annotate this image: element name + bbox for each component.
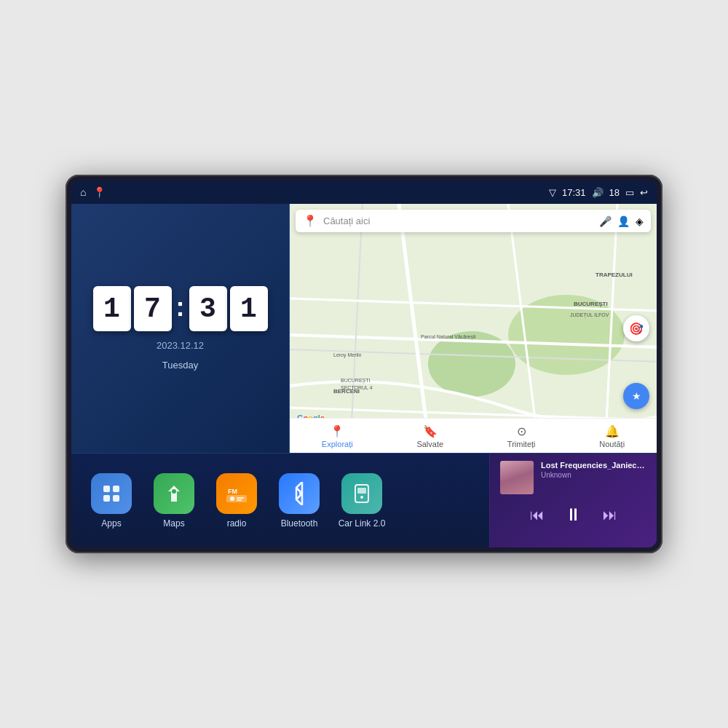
app-item-maps[interactable]: Maps (149, 473, 199, 529)
music-player: Lost Frequencies_Janieck Devy-... Unknow… (489, 454, 657, 547)
svg-rect-32 (357, 488, 366, 494)
hour-tens: 1 (93, 286, 131, 331)
svg-text:FM: FM (228, 488, 237, 495)
next-button[interactable]: ⏭ (600, 504, 620, 526)
app-row: Apps Maps (71, 453, 657, 547)
map-nav-saved[interactable]: 🔖 Salvate (416, 424, 443, 448)
back-icon[interactable]: ↩ (640, 187, 648, 198)
music-info: Lost Frequencies_Janieck Devy-... Unknow… (541, 461, 646, 479)
svg-rect-23 (103, 495, 110, 502)
radio-label: radio (227, 518, 247, 529)
svg-text:BUCUREȘTI: BUCUREȘTI (574, 301, 608, 307)
svg-rect-21 (103, 486, 110, 492)
minutes-group: 3 1 (189, 286, 268, 331)
svg-rect-24 (113, 495, 119, 502)
signal-icon: ▽ (549, 187, 556, 198)
svg-rect-22 (113, 486, 119, 492)
apps-icon (91, 473, 132, 514)
app-item-radio[interactable]: FM radio (211, 473, 262, 529)
map-nav-send[interactable]: ⊙ Trimiteți (507, 424, 536, 448)
svg-text:JUDEȚUL ILFOV: JUDEȚUL ILFOV (570, 312, 609, 318)
send-icon: ⊙ (517, 424, 526, 438)
svg-rect-30 (237, 499, 242, 501)
clock-status: 17:31 (562, 187, 586, 198)
saved-icon: 🔖 (423, 424, 438, 438)
volume-icon: 🔊 (592, 187, 604, 198)
music-title: Lost Frequencies_Janieck Devy-... (541, 461, 646, 470)
clock-day: Tuesday (162, 360, 198, 371)
svg-text:Leroy Merlin: Leroy Merlin (333, 352, 362, 358)
send-label: Trimiteți (507, 440, 536, 448)
explore-label: Explorați (322, 440, 353, 448)
map-nav-explore[interactable]: 📍 Explorați (322, 424, 353, 448)
svg-rect-27 (226, 495, 247, 502)
home-icon[interactable]: ⌂ (80, 186, 86, 198)
maps-shortcut-icon[interactable]: 📍 (93, 186, 106, 198)
navigate-fab[interactable]: ★ (623, 383, 649, 409)
svg-text:Parcul Natural Văcărești: Parcul Natural Văcărești (421, 334, 476, 340)
svg-rect-29 (237, 497, 244, 499)
maps-label: Maps (163, 518, 184, 529)
map-account-icon[interactable]: 👤 (617, 215, 630, 227)
bluetooth-icon-bg (279, 473, 320, 514)
radio-icon-bg: FM (216, 473, 257, 514)
music-artist: Unknown (541, 471, 646, 479)
battery-icon: ▭ (625, 187, 634, 198)
svg-point-28 (230, 496, 234, 501)
map-search-bar[interactable]: 📍 Căutați aici 🎤 👤 ◈ (296, 210, 651, 232)
svg-point-25 (172, 489, 176, 494)
maps-icon (154, 473, 194, 514)
status-right: ▽ 17:31 🔊 18 ▭ ↩ (549, 187, 648, 198)
map-bottom-nav: 📍 Explorați 🔖 Salvate ⊙ Trimiteți 🔔 (290, 418, 657, 453)
news-label: Noutăți (599, 440, 625, 448)
svg-point-33 (360, 496, 363, 499)
map-search-text: Căutați aici (323, 215, 593, 226)
map-layers-icon[interactable]: ◈ (636, 215, 644, 227)
news-icon: 🔔 (605, 424, 620, 438)
minute-tens: 3 (189, 286, 227, 331)
music-controls: ⏮ ⏸ ⏭ (500, 502, 646, 528)
play-pause-button[interactable]: ⏸ (562, 502, 585, 528)
svg-text:SECTORUL 4: SECTORUL 4 (341, 385, 373, 390)
clock-widget: 1 7 : 3 1 2023.12.12 Tuesday (71, 204, 290, 453)
app-item-bluetooth[interactable]: Bluetooth (274, 473, 325, 529)
main-content: 1 7 : 3 1 2023.12.12 Tuesday (71, 204, 657, 547)
music-top: Lost Frequencies_Janieck Devy-... Unknow… (500, 461, 646, 494)
app-item-carlink[interactable]: Car Link 2.0 (336, 473, 387, 529)
minute-ones: 1 (230, 286, 268, 331)
explore-icon: 📍 (330, 424, 344, 438)
carlink-label: Car Link 2.0 (339, 518, 386, 529)
saved-label: Salvate (416, 440, 443, 448)
status-bar: ⌂ 📍 ▽ 17:31 🔊 18 ▭ ↩ (71, 181, 657, 204)
album-art (500, 461, 534, 494)
carlink-icon-bg (341, 473, 382, 514)
car-display-device: ⌂ 📍 ▽ 17:31 🔊 18 ▭ ↩ 1 (66, 175, 662, 553)
car-screen: ⌂ 📍 ▽ 17:31 🔊 18 ▭ ↩ 1 (71, 181, 657, 547)
prev-button[interactable]: ⏮ (527, 504, 547, 526)
clock-date: 2023.12.12 (157, 340, 204, 351)
hour-ones: 7 (134, 286, 172, 331)
battery-level: 18 (609, 187, 620, 198)
map-nav-news[interactable]: 🔔 Noutăți (599, 424, 625, 448)
map-widget[interactable]: BUCUREȘTI JUDEȚUL ILFOV BERCENI TRAPEZUL… (290, 204, 657, 453)
map-background: BUCUREȘTI JUDEȚUL ILFOV BERCENI TRAPEZUL… (290, 204, 657, 453)
bluetooth-label: Bluetooth (281, 518, 318, 529)
map-pin-icon: 📍 (303, 214, 317, 228)
album-art-image (500, 461, 534, 494)
apps-label: Apps (101, 518, 121, 529)
clock-colon: : (176, 292, 185, 323)
top-row: 1 7 : 3 1 2023.12.12 Tuesday (71, 204, 657, 453)
app-item-apps[interactable]: Apps (86, 473, 137, 529)
location-fab[interactable]: 🎯 (623, 315, 649, 341)
hours-group: 1 7 (93, 286, 172, 331)
status-left: ⌂ 📍 (80, 186, 106, 198)
svg-text:BUCUREȘTI: BUCUREȘTI (341, 378, 371, 384)
apps-section: Apps Maps (71, 454, 489, 547)
flip-clock: 1 7 : 3 1 (93, 286, 268, 331)
map-mic-icon[interactable]: 🎤 (599, 215, 612, 227)
svg-text:TRAPEZULUI: TRAPEZULUI (596, 272, 633, 278)
